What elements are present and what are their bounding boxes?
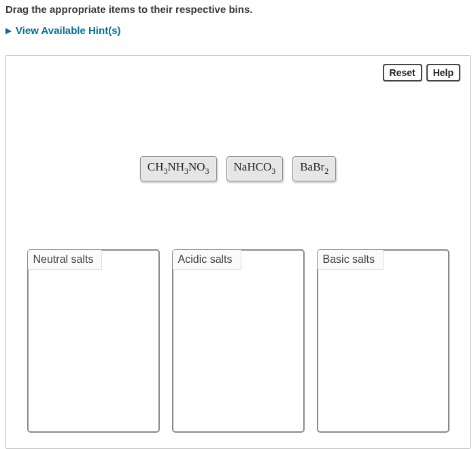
bin-basic-salts[interactable]: Basic salts	[317, 249, 449, 433]
button-row: Reset Help	[16, 64, 460, 82]
bin-acidic-salts[interactable]: Acidic salts	[172, 249, 305, 433]
bins-row: Neutral salts Acidic salts Basic salts	[16, 249, 460, 433]
bin-label: Neutral salts	[28, 250, 103, 270]
hints-link-label: View Available Hint(s)	[16, 24, 121, 36]
reset-button[interactable]: Reset	[383, 64, 422, 82]
bin-label: Basic salts	[318, 250, 384, 270]
help-button[interactable]: Help	[426, 64, 460, 82]
instruction-text: Drag the appropriate items to their resp…	[0, 0, 476, 19]
hints-toggle[interactable]: ▶ View Available Hint(s)	[0, 19, 476, 47]
caret-right-icon: ▶	[5, 26, 12, 35]
work-area: Reset Help CH3NH3NO3 NaHCO3 BaBr2 Neutra…	[5, 55, 471, 449]
bin-neutral-salts[interactable]: Neutral salts	[27, 249, 160, 433]
draggable-item-babr2[interactable]: BaBr2	[292, 156, 336, 181]
draggable-item-nahco3[interactable]: NaHCO3	[226, 156, 284, 181]
bin-label: Acidic salts	[173, 250, 241, 270]
draggable-items-row: CH3NH3NO3 NaHCO3 BaBr2	[16, 156, 460, 181]
draggable-item-ch3nh3no3[interactable]: CH3NH3NO3	[140, 156, 217, 181]
